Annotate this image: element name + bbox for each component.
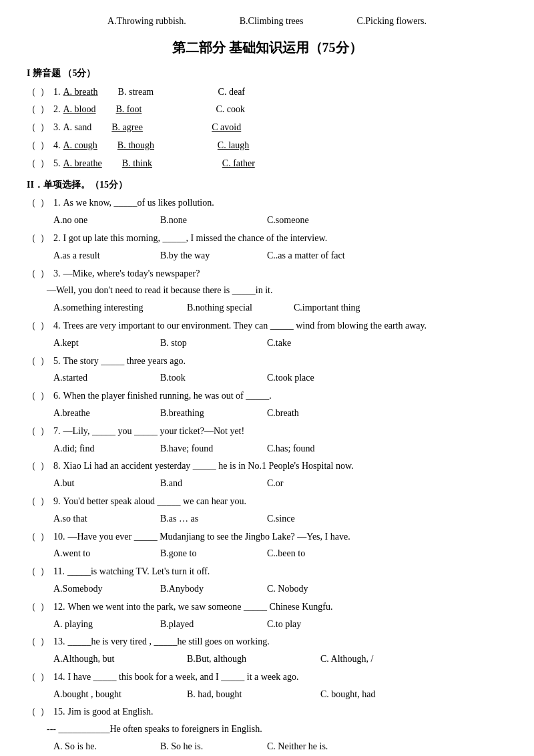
mc-q12-options: A. playing B.played C.to play	[53, 616, 507, 632]
phon-q5-c: C. father	[222, 156, 255, 172]
section2-title: II．单项选择。（15分）	[27, 177, 507, 193]
phon-q5-a: A. breathe	[63, 156, 102, 172]
mc-item-5: （ ） 5. The story _____ three years ago. …	[27, 353, 507, 387]
phon-item-3: （ ） 3. A. sand B. agree C avoid	[27, 120, 507, 136]
mc-q3-question2: —Well, you don't need to read it because…	[27, 282, 507, 299]
mc-q15-num: 15.	[53, 704, 65, 720]
mc-item-8: （ ） 8. Xiao Li had an accident yesterday…	[27, 458, 507, 492]
mc-q4-c: C.take	[267, 335, 374, 351]
phon-q1-num: 1.	[53, 84, 61, 100]
mc-q2-c: C..as a matter of fact	[267, 248, 400, 264]
mc-q12-b: B.played	[160, 616, 267, 632]
mc-q14-b: B. had, bought	[187, 687, 320, 703]
mc-item-11: （ ） 11. _____is watching TV. Let's turn …	[27, 564, 507, 597]
mc-q3-a: A.something interesting	[53, 300, 187, 316]
phon-q2-a: A. blood	[63, 102, 96, 118]
mc-q15-options: A. So is he. B. So he is. C. Neither he …	[53, 739, 507, 755]
mc-q8-question: Xiao Li had an accident yesterday _____ …	[63, 458, 354, 474]
option-c-picking: C.Picking flowers.	[356, 13, 427, 29]
phon-item-4: （ ） 4. A. cough B. though C. laugh	[27, 138, 507, 154]
mc-item-10: （ ） 10. —Have you ever _____ Mudanjiang …	[27, 529, 507, 562]
mc-q2-b: B.by the way	[160, 248, 267, 264]
mc-q1-text: 1.	[53, 195, 61, 211]
mc-q11-c: C. Nobody	[267, 581, 374, 597]
mc-q7-c: C.has; found	[267, 441, 374, 457]
top-options-row: A.Throwing rubbish. B.Climbing trees C.P…	[27, 13, 507, 29]
mc-q15-c: C. Neither he is.	[267, 739, 374, 755]
mc-q9-options: A.so that B.as … as C.since	[53, 511, 507, 527]
phon-q3-b: B. agree	[111, 120, 192, 136]
mc-q6-options: A.breathe B.breathing C.breath	[53, 405, 507, 421]
mc-item-12: （ ） 12. When we went into the park, we s…	[27, 599, 507, 632]
mc-q5-options: A.started B.took C.took place	[53, 370, 507, 386]
mc-q8-a: A.but	[53, 476, 160, 492]
phon-q4-c: C. laugh	[218, 138, 249, 154]
mc-q13-a: A.Although, but	[53, 651, 187, 667]
mc-q7-num: 7.	[53, 423, 61, 439]
mc-q9-num: 9.	[53, 494, 61, 510]
mc-q3-b: B.nothing special	[187, 300, 294, 316]
mc-q11-a: A.Somebody	[53, 581, 160, 597]
mc-q10-b: B.gone to	[160, 546, 267, 562]
phon-q4-num: 4.	[53, 138, 61, 154]
mc-q4-b: B. stop	[160, 335, 267, 351]
phon-q1-b: B. stream	[118, 84, 198, 100]
mc-item-13: （ ） 13. _____he is very tired , _____he …	[27, 634, 507, 667]
mc-q13-num: 13.	[53, 634, 65, 650]
mc-q11-options: A.Somebody B.Anybody C. Nobody	[53, 581, 507, 597]
phon-item-5: （ ） 5. A. breathe B. think C. father	[27, 156, 507, 172]
mc-q15-a: A. So is he.	[53, 739, 160, 755]
phon-q4-a: A. cough	[63, 138, 97, 154]
mc-q15-question: Jim is good at English.	[68, 704, 154, 720]
mc-q4-question: Trees are very important to our environm…	[63, 318, 427, 334]
phon-item-1: （ ） 1. A. breath B. stream C. deaf	[27, 84, 507, 100]
mc-q4-options: A.kept B. stop C.take	[53, 335, 507, 351]
mc-q5-b: B.took	[160, 370, 267, 386]
mc-q7-options: A.did; find B.have; found C.has; found	[53, 441, 507, 457]
mc-item-2: （ ） 2. I got up late this morning, _____…	[27, 230, 507, 264]
mc-q5-num: 5.	[53, 353, 61, 369]
phon-q3-num: 3.	[53, 120, 61, 136]
mc-q5-c: C.took place	[267, 370, 374, 386]
mc-q13-question: _____he is very tired , _____he still go…	[68, 634, 270, 650]
part-header: 第二部分 基础知识运用（75分）	[27, 36, 507, 59]
mc-q4-num: 4.	[53, 318, 61, 334]
mc-q1-b: B.none	[160, 212, 267, 228]
mc-q8-options: A.but B.and C.or	[53, 476, 507, 492]
mc-q4-a: A.kept	[53, 335, 160, 351]
mc-q12-num: 12.	[53, 599, 65, 615]
mc-item-1: （ ） 1. As we know, _____of us likes poll…	[27, 195, 507, 228]
mc-q6-question: When the player finished running, he was…	[63, 388, 272, 404]
mc-q3-options: A.something interesting B.nothing specia…	[53, 300, 507, 316]
mc-q5-a: A.started	[53, 370, 160, 386]
phon-item-2: （ ） 2. A. blood B. foot C. cook	[27, 102, 507, 118]
mc-item-15: （ ） 15. Jim is good at English. --- ____…	[27, 704, 507, 754]
mc-q15-question2: --- ___________He often speaks to foreig…	[27, 721, 507, 737]
mc-q13-c: C. Although, /	[320, 651, 427, 667]
mc-q7-a: A.did; find	[53, 441, 160, 457]
mc-q3-question: —Mike, where's today's newspaper?	[63, 266, 200, 282]
phon-q2-b: B. foot	[116, 102, 196, 118]
mc-q1-question: As we know, _____of us likes pollution.	[63, 195, 214, 211]
mc-q1-options: A.no one B.none C.someone	[53, 212, 507, 228]
mc-q10-c: C..been to	[267, 546, 374, 562]
mc-q10-num: 10.	[53, 529, 65, 545]
mc-q2-options: A.as a result B.by the way C..as a matte…	[53, 248, 507, 264]
phon-q5-b: B. think	[122, 156, 202, 172]
mc-q14-num: 14.	[53, 669, 65, 685]
mc-q6-c: C.breath	[267, 405, 374, 421]
mc-q2-a: A.as a result	[53, 248, 160, 264]
mc-item-6: （ ） 6. When the player finished running,…	[27, 388, 507, 421]
mc-q9-b: B.as … as	[160, 511, 267, 527]
phon-q2-num: 2.	[53, 102, 61, 118]
mc-q14-options: A.bought , bought B. had, bought C. boug…	[53, 687, 507, 703]
phon-q5-num: 5.	[53, 156, 61, 172]
mc-item-9: （ ） 9. You'd better speak aloud _____ we…	[27, 494, 507, 527]
mc-q14-c: C. bought, had	[320, 687, 427, 703]
mc-q1-a: A.no one	[53, 212, 160, 228]
mc-q2-num: 2.	[53, 230, 61, 246]
mc-q12-question: When we went into the park, we saw someo…	[68, 599, 333, 615]
mc-item-3: （ ） 3. —Mike, where's today's newspaper?…	[27, 266, 507, 316]
mc-q6-b: B.breathing	[160, 405, 267, 421]
phon-q1-c: C. deaf	[218, 84, 245, 100]
